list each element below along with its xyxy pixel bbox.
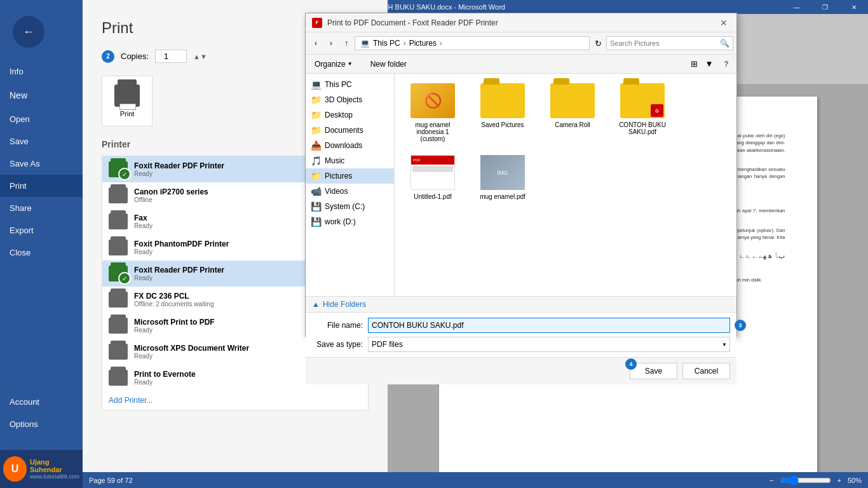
sidebar-item-saveas[interactable]: Save As [0, 152, 83, 175]
nav-refresh-button[interactable]: ↻ [591, 36, 605, 50]
workd-label: work (D:) [325, 217, 356, 226]
file-item-contoh[interactable]: G CONTOH BUKU SAKU.pdf [611, 80, 674, 146]
printer-icon-wrap [109, 370, 128, 386]
backstage-sidebar: ← Info New Open Save Save As Print Share… [0, 0, 83, 488]
sidebar-item-save[interactable]: Save [0, 130, 83, 152]
cameraroll-thumbnail [550, 83, 595, 118]
printer-status: Offline: 2 documents waiting [134, 301, 214, 308]
file-item-cameraroll[interactable]: Camera Roll [541, 80, 604, 146]
printer-info: Fax Ready [134, 214, 153, 229]
new-folder-button[interactable]: New folder [365, 57, 412, 71]
sidebar-item-share[interactable]: Share [0, 197, 83, 219]
videos-icon: 📹 [311, 186, 322, 196]
ujang-footer: U Ujang Suhendar www.tutorial89.com [0, 450, 83, 488]
sidebar-item-account[interactable]: Account [0, 391, 83, 413]
sidebar-item-pictures[interactable]: 📁 Pictures [306, 168, 394, 184]
sidebar-item-videos[interactable]: 📹 Videos [306, 184, 394, 199]
printer-icon-graphic [109, 318, 128, 334]
printer-icon-wrap [109, 240, 128, 255]
downloads-label: Downloads [325, 141, 362, 150]
minimize-button[interactable]: — [782, 0, 811, 14]
sidebar-item-workd[interactable]: 💾 work (D:) [306, 214, 394, 229]
zoom-level: 50% [848, 477, 862, 484]
printer-info: Foxit PhantomPDF Printer Ready [134, 240, 229, 255]
zoom-slider[interactable] [780, 475, 831, 485]
desktop-label: Desktop [325, 111, 353, 119]
mugpdf-thumbnail: IMG [480, 155, 525, 190]
dialog-close-button[interactable]: ✕ [717, 17, 730, 29]
dialog-nav-bar: ‹ › ↑ 💻 This PC › Pictures › ↻ 🔍 [306, 32, 736, 55]
filename-input[interactable] [368, 318, 730, 333]
file-item-mugpdf[interactable]: IMG mug enamel.pdf [471, 152, 534, 203]
search-box[interactable]: 🔍 [606, 36, 733, 50]
printer-info: Canon iP2700 series Offline [134, 187, 208, 203]
sidebar-item-new[interactable]: New [0, 83, 83, 108]
save-button[interactable]: 4 Save [630, 363, 677, 379]
zoom-plus-button[interactable]: + [837, 477, 841, 484]
organize-button[interactable]: Organize ▼ [309, 57, 358, 71]
sidebar-item-label: Share [10, 203, 32, 213]
thispc-icon: 💻 [311, 79, 322, 90]
mug-thumbnail: 🚫 [410, 83, 455, 118]
step-badge-3: 3 [735, 320, 746, 331]
search-input[interactable] [610, 39, 720, 47]
printer-status: Ready [134, 248, 229, 255]
copies-input[interactable] [155, 50, 187, 63]
desktop-icon: 📁 [311, 110, 322, 120]
sidebar-item-documents[interactable]: 📁 Documents [306, 123, 394, 138]
printer-name: Microsoft Print to PDF [134, 318, 215, 327]
hide-folders-button[interactable]: ▲ Hide Folders [306, 297, 736, 312]
sidebar-item-export[interactable]: Export [0, 219, 83, 241]
nav-back-button[interactable]: ‹ [309, 36, 323, 50]
status-right: − + 50% [770, 475, 862, 485]
printer-name: Print to Evernote [134, 370, 196, 379]
file-name-cameraroll: Camera Roll [555, 121, 590, 128]
sidebar-item-thispc[interactable]: 💻 This PC [306, 77, 394, 92]
dialog-title: Print to PDF Document - Foxit Reader PDF… [327, 18, 717, 27]
mug-image-icon: 🚫 [424, 93, 442, 109]
sidebar-item-print[interactable]: Print [0, 175, 83, 197]
copies-arrows[interactable]: ▲▼ [193, 53, 207, 60]
sidebar-item-music[interactable]: 🎵 Music [306, 153, 394, 168]
sidebar-item-label: Save As [10, 159, 40, 168]
cancel-button[interactable]: Cancel [682, 363, 730, 379]
nav-up-button[interactable]: ↑ [339, 36, 353, 50]
file-item-savedpictures[interactable]: Saved Pictures [471, 80, 534, 146]
step-badge-2: 2 [102, 50, 114, 63]
view-change-button[interactable]: ⊞ [687, 57, 701, 71]
nav-forward-button[interactable]: › [324, 36, 338, 50]
view-dropdown-button[interactable]: ▼ [702, 57, 716, 71]
sidebar-item-downloads[interactable]: 📥 Downloads [306, 138, 394, 153]
savetype-select[interactable]: PDF files All files [368, 337, 730, 352]
workd-icon: 💾 [311, 217, 322, 227]
breadcrumb[interactable]: 💻 This PC › Pictures › [355, 36, 590, 50]
window-controls: — ❐ ✕ [782, 0, 868, 14]
add-printer-button[interactable]: Add Printer... [102, 391, 368, 410]
sidebar-item-info[interactable]: Info [0, 60, 83, 83]
sidebar-item-3dobjects[interactable]: 📁 3D Objects [306, 92, 394, 107]
sidebar-item-label: Print [10, 181, 27, 191]
sidebar-item-systemc[interactable]: 💾 System (C:) [306, 199, 394, 214]
zoom-minus-button[interactable]: − [770, 477, 773, 484]
file-item-mug[interactable]: 🚫 mug enamel indonesia 1 (custom) [401, 80, 465, 146]
file-item-untitled[interactable]: PDF Untitled-1.pdf [401, 152, 465, 203]
restore-button[interactable]: ❐ [811, 0, 839, 14]
printer-icon [114, 85, 140, 107]
sidebar-item-options[interactable]: Options [0, 413, 83, 435]
sidebar-item-desktop[interactable]: 📁 Desktop [306, 107, 394, 123]
printer-section-label: Printer [102, 139, 130, 149]
printer-icon-graphic [109, 240, 128, 255]
printer-icon-graphic [109, 187, 128, 203]
ujang-avatar: U [3, 456, 27, 482]
search-icon: 🔍 [720, 39, 729, 48]
sidebar-item-close[interactable]: Close [0, 241, 83, 264]
print-button[interactable]: Print [102, 76, 153, 126]
copies-label: Copies: [121, 51, 149, 61]
help-button[interactable]: ? [719, 57, 733, 71]
save-button-label: Save [645, 367, 662, 376]
close-button[interactable]: ✕ [839, 0, 868, 14]
backstage-back-button[interactable]: ← [13, 16, 44, 48]
sidebar-item-label: New [10, 90, 27, 100]
printer-info: FX DC 236 PCL Offline: 2 documents waiti… [134, 292, 214, 308]
sidebar-item-open[interactable]: Open [0, 108, 83, 130]
